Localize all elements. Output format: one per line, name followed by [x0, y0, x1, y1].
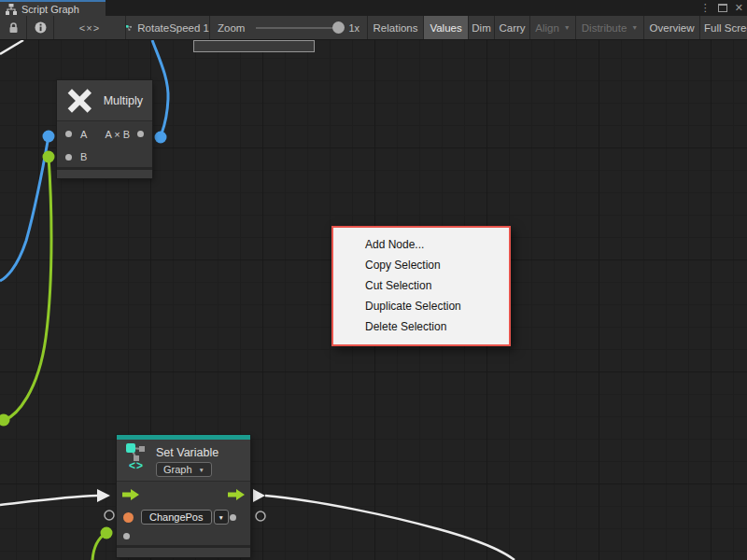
align-button[interactable]: Align ▼	[530, 16, 576, 39]
set-variable-node[interactable]: <> Set Variable Graph ▼ ChangePos	[117, 435, 250, 557]
set-variable-node-header[interactable]: <> Set Variable Graph ▼	[117, 440, 250, 482]
info-icon	[35, 21, 47, 34]
window-menu-icon[interactable]: ⋮	[700, 3, 711, 13]
values-button[interactable]: Values	[424, 16, 469, 39]
multiply-node-footer	[57, 167, 152, 178]
wire-white-into-node[interactable]	[0, 496, 97, 505]
port-dot-result[interactable]	[137, 131, 144, 137]
variable-name-label: ChangePos	[149, 511, 204, 523]
chevron-down-icon: ▼	[199, 467, 204, 473]
multiply-node-header[interactable]: Multiply	[57, 80, 152, 121]
align-button-label: Align	[535, 22, 559, 34]
set-variable-node-footer	[117, 545, 250, 557]
overview-button[interactable]: Overview	[644, 16, 700, 39]
variable-name-dropdown[interactable]: ChangePos	[141, 510, 212, 525]
menu-item-copy-selection[interactable]: Copy Selection	[333, 255, 509, 275]
distribute-button[interactable]: Distribute ▼	[576, 16, 644, 39]
multiply-node-title: Multiply	[104, 94, 143, 107]
breadcrumb[interactable]: RotateSpeed 1	[126, 16, 210, 39]
lock-icon	[8, 22, 19, 34]
menu-item-duplicate-selection[interactable]: Duplicate Selection	[333, 296, 509, 316]
zoom-control: Zoom 1x	[210, 16, 368, 39]
set-variable-node-title: Set Variable	[156, 446, 218, 459]
full-screen-button[interactable]: Full Screen	[700, 16, 747, 39]
carry-button[interactable]: Carry	[495, 16, 530, 39]
zoom-slider-knob[interactable]	[332, 21, 345, 34]
port-label-result: A × B	[105, 129, 130, 140]
full-screen-button-label: Full Screen	[704, 22, 747, 34]
tab-script-graph[interactable]: Script Graph	[0, 0, 106, 16]
graph-toolbar: <×> RotateSpeed 1 Zoom 1x Relations Valu…	[0, 16, 747, 40]
window-titlebar: Script Graph ⋮ ✕	[0, 0, 747, 16]
window-close-icon[interactable]: ✕	[735, 3, 743, 13]
wire-green-left[interactable]	[5, 157, 51, 420]
wire-white-out[interactable]	[265, 496, 514, 560]
wire-endpoint-blue-right[interactable]	[155, 132, 167, 144]
dim-button-label: Dim	[472, 22, 490, 34]
info-button[interactable]	[27, 16, 54, 39]
breadcrumb-label: RotateSpeed 1	[137, 22, 209, 34]
flow-output-arrow[interactable]	[228, 489, 245, 500]
dim-button[interactable]: Dim	[469, 16, 495, 39]
window-maximize-icon[interactable]	[718, 4, 727, 12]
wire-endpoint-green-bottom[interactable]	[0, 414, 10, 427]
wire-endpoint-green-top[interactable]	[43, 151, 55, 163]
overview-button-label: Overview	[650, 22, 695, 34]
port-dot-a[interactable]	[65, 131, 72, 137]
wire-blue-left[interactable]	[0, 136, 49, 281]
chevron-down-icon: ▼	[631, 24, 638, 31]
flow-arrowhead-right[interactable]	[253, 489, 265, 502]
values-button-label: Values	[430, 22, 461, 34]
script-graph-icon	[6, 4, 17, 15]
flow-input-arrow[interactable]	[122, 489, 139, 500]
variable-name-caret-button[interactable]: ▼	[214, 510, 229, 525]
wire-endpoint-blue-left[interactable]	[43, 131, 55, 143]
tab-label: Script Graph	[21, 4, 79, 15]
value-output-dot[interactable]	[230, 514, 236, 521]
zoom-value: 1x	[348, 22, 359, 34]
lock-button[interactable]	[0, 16, 27, 39]
value-port-circle-left[interactable]	[105, 511, 114, 520]
value-input-dot[interactable]	[123, 533, 130, 539]
code-icon: <×>	[79, 22, 100, 34]
variable-scope-dropdown[interactable]: Graph ▼	[156, 462, 212, 477]
menu-item-delete-selection[interactable]: Delete Selection	[333, 316, 509, 337]
relations-button[interactable]: Relations	[368, 16, 424, 39]
wire-endpoint-green-bottom2[interactable]	[101, 527, 113, 539]
chevron-down-icon: ▼	[564, 24, 571, 31]
angle-brackets-icon: <>	[129, 459, 144, 472]
menu-item-cut-selection[interactable]: Cut Selection	[333, 275, 509, 296]
zoom-slider-track[interactable]	[256, 27, 342, 29]
relations-button-label: Relations	[374, 22, 418, 34]
graph-breadcrumb-icon	[126, 21, 132, 35]
chevron-down-icon: ▼	[218, 514, 224, 521]
zoom-slider[interactable]	[256, 21, 342, 34]
context-menu: Add Node... Copy Selection Cut Selection…	[331, 226, 511, 346]
carry-button-label: Carry	[499, 22, 525, 34]
multiply-x-icon	[66, 87, 93, 115]
variable-scope-label: Graph	[163, 464, 192, 475]
zoom-label: Zoom	[218, 22, 245, 34]
variable-port-dot[interactable]	[123, 512, 134, 523]
cutoff-node-box[interactable]	[193, 40, 315, 52]
distribute-button-label: Distribute	[582, 22, 627, 34]
wire-white-topleft[interactable]	[0, 40, 23, 54]
flow-arrowhead-left[interactable]	[97, 489, 110, 502]
value-port-circle-right[interactable]	[256, 511, 265, 521]
port-label-a: A	[80, 129, 87, 140]
multiply-node[interactable]: Multiply A A × B B	[57, 80, 152, 178]
wire-blue-top[interactable]	[152, 40, 168, 136]
menu-item-add-node[interactable]: Add Node...	[333, 234, 509, 255]
port-label-b: B	[80, 151, 87, 162]
port-dot-b[interactable]	[65, 154, 72, 161]
code-view-button[interactable]: <×>	[54, 16, 126, 39]
